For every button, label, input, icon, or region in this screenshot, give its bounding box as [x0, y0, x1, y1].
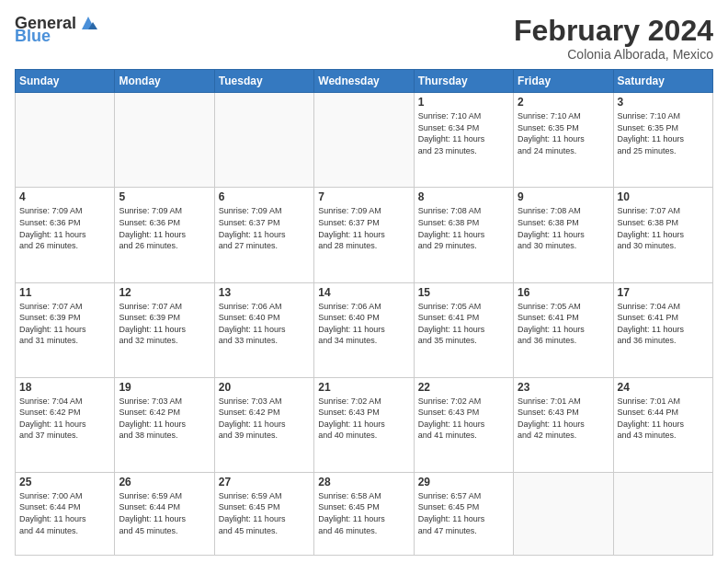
logo-icon	[78, 15, 98, 31]
calendar-cell: 4Sunrise: 7:09 AM Sunset: 6:36 PM Daylig…	[16, 188, 115, 282]
calendar-cell: 28Sunrise: 6:58 AM Sunset: 6:45 PM Dayli…	[314, 472, 414, 555]
day-info: Sunrise: 7:10 AM Sunset: 6:34 PM Dayligh…	[418, 110, 509, 156]
weekday-header-tuesday: Tuesday	[214, 70, 313, 93]
day-info: Sunrise: 7:09 AM Sunset: 6:37 PM Dayligh…	[318, 205, 409, 251]
calendar-cell: 9Sunrise: 7:08 AM Sunset: 6:38 PM Daylig…	[514, 188, 613, 282]
day-info: Sunrise: 7:06 AM Sunset: 6:40 PM Dayligh…	[219, 301, 310, 347]
day-number: 29	[418, 476, 509, 488]
day-number: 12	[119, 286, 210, 299]
calendar-cell: 11Sunrise: 7:07 AM Sunset: 6:39 PM Dayli…	[16, 282, 115, 377]
page: General Blue February 2024 Colonia Albor…	[0, 0, 728, 563]
weekday-header-sunday: Sunday	[16, 70, 115, 93]
day-number: 22	[418, 381, 509, 394]
day-number: 16	[518, 286, 609, 299]
day-number: 24	[618, 381, 709, 394]
calendar-cell	[514, 472, 613, 555]
calendar-cell: 12Sunrise: 7:07 AM Sunset: 6:39 PM Dayli…	[115, 282, 214, 377]
day-number: 2	[518, 96, 609, 109]
day-info: Sunrise: 7:04 AM Sunset: 6:41 PM Dayligh…	[618, 301, 709, 347]
day-info: Sunrise: 7:05 AM Sunset: 6:41 PM Dayligh…	[418, 301, 509, 347]
calendar-cell: 20Sunrise: 7:03 AM Sunset: 6:42 PM Dayli…	[214, 377, 313, 472]
calendar-cell	[16, 93, 115, 188]
day-number: 14	[318, 286, 409, 299]
calendar-cell	[115, 93, 214, 188]
calendar-cell	[214, 93, 313, 188]
weekday-header-thursday: Thursday	[414, 70, 513, 93]
calendar-cell: 17Sunrise: 7:04 AM Sunset: 6:41 PM Dayli…	[613, 282, 712, 377]
calendar-cell: 7Sunrise: 7:09 AM Sunset: 6:37 PM Daylig…	[314, 188, 414, 282]
title-area: February 2024 Colonia Alborada, Mexico	[514, 15, 713, 62]
location-subtitle: Colonia Alborada, Mexico	[514, 47, 713, 62]
day-info: Sunrise: 7:07 AM Sunset: 6:39 PM Dayligh…	[119, 301, 210, 347]
calendar-cell: 26Sunrise: 6:59 AM Sunset: 6:44 PM Dayli…	[115, 472, 214, 555]
day-info: Sunrise: 6:57 AM Sunset: 6:45 PM Dayligh…	[418, 490, 509, 536]
day-info: Sunrise: 7:07 AM Sunset: 6:39 PM Dayligh…	[19, 301, 110, 347]
day-info: Sunrise: 7:08 AM Sunset: 6:38 PM Dayligh…	[418, 205, 509, 251]
day-info: Sunrise: 7:02 AM Sunset: 6:43 PM Dayligh…	[318, 396, 409, 442]
day-number: 8	[418, 190, 509, 203]
day-number: 18	[19, 381, 110, 394]
day-number: 1	[418, 96, 509, 109]
calendar-cell: 5Sunrise: 7:09 AM Sunset: 6:36 PM Daylig…	[115, 188, 214, 282]
weekday-header-friday: Friday	[514, 70, 613, 93]
calendar-cell: 8Sunrise: 7:08 AM Sunset: 6:38 PM Daylig…	[414, 188, 513, 282]
day-info: Sunrise: 6:58 AM Sunset: 6:45 PM Dayligh…	[318, 490, 409, 536]
calendar-cell: 13Sunrise: 7:06 AM Sunset: 6:40 PM Dayli…	[214, 282, 313, 377]
calendar-cell: 19Sunrise: 7:03 AM Sunset: 6:42 PM Dayli…	[115, 377, 214, 472]
calendar-cell: 1Sunrise: 7:10 AM Sunset: 6:34 PM Daylig…	[414, 93, 513, 188]
calendar: SundayMondayTuesdayWednesdayThursdayFrid…	[15, 69, 713, 556]
calendar-cell	[613, 472, 712, 555]
weekday-header-saturday: Saturday	[613, 70, 712, 93]
day-number: 9	[518, 190, 609, 203]
calendar-cell: 21Sunrise: 7:02 AM Sunset: 6:43 PM Dayli…	[314, 377, 414, 472]
day-info: Sunrise: 7:03 AM Sunset: 6:42 PM Dayligh…	[119, 396, 210, 442]
calendar-cell: 3Sunrise: 7:10 AM Sunset: 6:35 PM Daylig…	[613, 93, 712, 188]
calendar-cell: 29Sunrise: 6:57 AM Sunset: 6:45 PM Dayli…	[414, 472, 513, 555]
day-number: 7	[318, 190, 409, 203]
calendar-cell: 27Sunrise: 6:59 AM Sunset: 6:45 PM Dayli…	[214, 472, 313, 555]
calendar-cell: 15Sunrise: 7:05 AM Sunset: 6:41 PM Dayli…	[414, 282, 513, 377]
calendar-cell: 10Sunrise: 7:07 AM Sunset: 6:38 PM Dayli…	[613, 188, 712, 282]
day-info: Sunrise: 7:01 AM Sunset: 6:43 PM Dayligh…	[518, 396, 609, 442]
header: General Blue February 2024 Colonia Albor…	[15, 15, 713, 62]
day-info: Sunrise: 7:01 AM Sunset: 6:44 PM Dayligh…	[618, 396, 709, 442]
day-info: Sunrise: 7:04 AM Sunset: 6:42 PM Dayligh…	[19, 396, 110, 442]
weekday-header-wednesday: Wednesday	[314, 70, 414, 93]
day-number: 23	[518, 381, 609, 394]
day-number: 20	[219, 381, 310, 394]
day-info: Sunrise: 7:05 AM Sunset: 6:41 PM Dayligh…	[518, 301, 609, 347]
calendar-cell: 6Sunrise: 7:09 AM Sunset: 6:37 PM Daylig…	[214, 188, 313, 282]
day-number: 4	[19, 190, 110, 203]
day-number: 11	[19, 286, 110, 299]
day-info: Sunrise: 6:59 AM Sunset: 6:45 PM Dayligh…	[219, 490, 310, 536]
day-number: 25	[19, 476, 110, 488]
day-number: 17	[618, 286, 709, 299]
calendar-cell: 25Sunrise: 7:00 AM Sunset: 6:44 PM Dayli…	[16, 472, 115, 555]
day-number: 5	[119, 190, 210, 203]
day-info: Sunrise: 7:09 AM Sunset: 6:37 PM Dayligh…	[219, 205, 310, 251]
day-info: Sunrise: 7:09 AM Sunset: 6:36 PM Dayligh…	[19, 205, 110, 251]
day-info: Sunrise: 7:06 AM Sunset: 6:40 PM Dayligh…	[318, 301, 409, 347]
day-info: Sunrise: 7:00 AM Sunset: 6:44 PM Dayligh…	[19, 490, 110, 536]
logo-blue: Blue	[15, 28, 51, 44]
day-number: 6	[219, 190, 310, 203]
calendar-cell: 22Sunrise: 7:02 AM Sunset: 6:43 PM Dayli…	[414, 377, 513, 472]
day-info: Sunrise: 7:09 AM Sunset: 6:36 PM Dayligh…	[119, 205, 210, 251]
day-number: 21	[318, 381, 409, 394]
day-number: 13	[219, 286, 310, 299]
day-number: 19	[119, 381, 210, 394]
day-info: Sunrise: 7:10 AM Sunset: 6:35 PM Dayligh…	[618, 110, 709, 156]
calendar-cell: 24Sunrise: 7:01 AM Sunset: 6:44 PM Dayli…	[613, 377, 712, 472]
logo: General Blue	[15, 15, 98, 44]
day-info: Sunrise: 7:02 AM Sunset: 6:43 PM Dayligh…	[418, 396, 509, 442]
day-info: Sunrise: 7:03 AM Sunset: 6:42 PM Dayligh…	[219, 396, 310, 442]
day-number: 28	[318, 476, 409, 488]
calendar-cell: 23Sunrise: 7:01 AM Sunset: 6:43 PM Dayli…	[514, 377, 613, 472]
day-info: Sunrise: 6:59 AM Sunset: 6:44 PM Dayligh…	[119, 490, 210, 536]
day-info: Sunrise: 7:10 AM Sunset: 6:35 PM Dayligh…	[518, 110, 609, 156]
day-number: 15	[418, 286, 509, 299]
day-number: 27	[219, 476, 310, 488]
day-number: 10	[618, 190, 709, 203]
calendar-cell: 16Sunrise: 7:05 AM Sunset: 6:41 PM Dayli…	[514, 282, 613, 377]
calendar-cell: 14Sunrise: 7:06 AM Sunset: 6:40 PM Dayli…	[314, 282, 414, 377]
